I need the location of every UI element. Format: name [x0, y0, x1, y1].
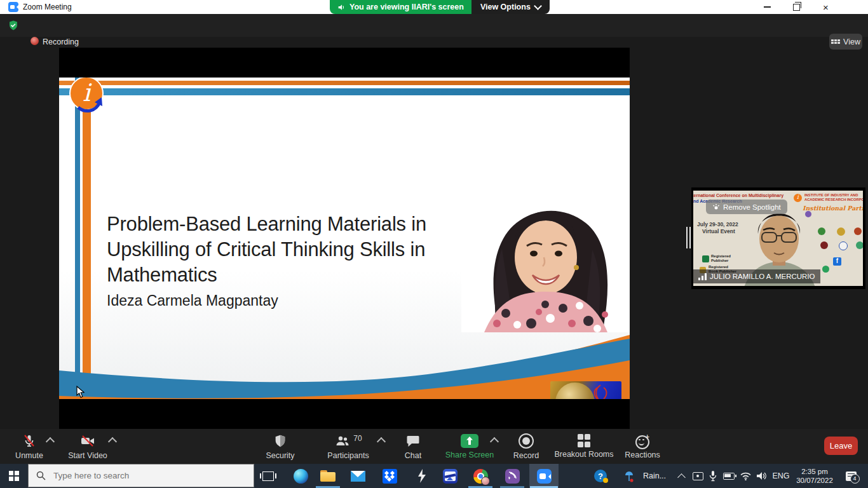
record-button[interactable]: Record	[504, 429, 548, 464]
recording-label: Recording	[43, 37, 79, 46]
recording-dot-icon	[31, 37, 39, 45]
camera-off-icon	[79, 433, 97, 449]
iiari-logo: i	[67, 78, 107, 116]
taskbar-lightning-app[interactable]	[407, 464, 437, 488]
cast-icon	[693, 472, 703, 480]
chevron-up-icon	[677, 473, 686, 482]
tray-rainmeter[interactable]	[623, 464, 635, 488]
breakout-rooms-button[interactable]: Breakout Rooms	[552, 429, 616, 464]
umbrella-icon	[625, 470, 634, 482]
windows-logo-icon	[9, 471, 19, 481]
start-video-button[interactable]: Start Video	[56, 429, 119, 464]
registered-publisher-logo	[702, 255, 709, 262]
partner-logo-icon	[839, 241, 848, 250]
tray-app-label[interactable]: Rain...	[639, 464, 670, 488]
tray-mic-button[interactable]	[705, 464, 721, 488]
tray-cast-button[interactable]	[690, 464, 705, 488]
start-button[interactable]	[0, 464, 28, 488]
mail-icon	[351, 471, 365, 482]
security-button[interactable]: Security	[255, 429, 306, 464]
taskbar-edge[interactable]	[286, 464, 315, 488]
chrome-icon	[473, 469, 488, 484]
taskbar-chrome[interactable]	[466, 464, 495, 488]
slide-stripe-blue-h	[59, 88, 630, 95]
remove-spotlight-button[interactable]: Remove Spotlight	[706, 200, 787, 214]
icmiar-logo: ICMIAR	[550, 381, 621, 399]
help-icon: ?	[594, 470, 607, 482]
lightning-icon	[417, 469, 427, 483]
clock-time: 2:35 pm	[796, 467, 833, 476]
restore-button[interactable]	[782, 0, 811, 14]
panel-drag-handle-line2[interactable]	[689, 227, 691, 248]
partner-logo-icon	[837, 227, 845, 236]
taskbar-search-box[interactable]	[28, 464, 254, 487]
tray-battery-button[interactable]	[721, 464, 737, 488]
leave-button[interactable]: Leave	[824, 437, 858, 455]
taskbar-zoom-active[interactable]	[529, 464, 559, 488]
zoom-meeting-window: Zoom Meeting × You are viewing IIARI's s…	[0, 0, 868, 488]
tray-expand-button[interactable]	[675, 464, 688, 488]
shared-screen-slide: i Problem-Based Learning Materials in Up…	[59, 48, 630, 429]
battery-icon	[723, 473, 735, 480]
reactions-icon: +	[635, 434, 649, 448]
reactions-button[interactable]: + Reactions	[617, 429, 668, 464]
viber-icon	[505, 469, 520, 484]
institute-name-line2: ACADEMIC RESEARCH INCORPORATED	[804, 198, 863, 201]
facebook-icon: f	[833, 257, 841, 266]
tray-wifi-button[interactable]	[737, 464, 754, 488]
minimize-button[interactable]	[753, 0, 782, 14]
participants-count: 70	[353, 434, 362, 443]
task-view-icon	[262, 471, 274, 481]
tray-volume-button[interactable]	[754, 464, 770, 488]
scanner-icon	[443, 469, 458, 484]
window-title: Zoom Meeting	[23, 3, 72, 11]
taskbar-file-explorer[interactable]	[313, 464, 342, 488]
institute-name-line1: INSTITUTE OF INDUSTRY AND	[804, 193, 858, 197]
notification-icon: 4	[846, 471, 857, 481]
view-options-button[interactable]: View Options	[471, 0, 550, 14]
tray-language-button[interactable]: ENG	[770, 464, 792, 488]
screen-share-banner: You are viewing IIARI's screen View Opti…	[330, 0, 550, 14]
action-center-button[interactable]: 4	[840, 464, 862, 488]
view-button[interactable]: View	[829, 34, 862, 50]
spotlight-icon	[712, 203, 720, 211]
tray-help-app[interactable]: ?	[591, 464, 610, 488]
close-button[interactable]: ×	[811, 0, 840, 14]
encryption-shield-icon[interactable]	[8, 20, 19, 31]
zoom-app-icon	[8, 2, 18, 12]
file-explorer-icon	[320, 470, 336, 482]
search-input[interactable]	[52, 470, 233, 481]
clock-date: 30/07/2022	[796, 476, 833, 485]
meeting-info-bar: Recording View	[0, 14, 868, 37]
taskbar-mail[interactable]	[343, 464, 372, 488]
taskbar-dropbox[interactable]	[375, 464, 404, 488]
slide-content: i Problem-Based Learning Materials in Up…	[59, 78, 630, 399]
speaker-photo	[461, 199, 630, 332]
taskbar-scanner-app[interactable]	[435, 464, 465, 488]
taskbar-viber[interactable]	[498, 464, 527, 488]
participants-icon	[334, 433, 351, 449]
connection-signal-icon	[698, 273, 707, 280]
participant-video-tile[interactable]: International Conference on Multidiscipl…	[691, 187, 865, 289]
chat-bubble-icon	[405, 433, 421, 449]
tray-clock[interactable]: 2:35 pm 30/07/2022	[792, 464, 837, 488]
panel-drag-handle[interactable]	[686, 227, 688, 248]
zoom-taskbar-icon	[537, 469, 552, 484]
conference-banner-line1: International Conference on Multidiscipl…	[693, 193, 783, 198]
mic-muted-icon	[21, 433, 37, 449]
participant-name-bar: JULIO RAMILLO A. MERCURIO	[693, 269, 820, 283]
unmute-button[interactable]: Unmute	[5, 429, 53, 464]
record-icon	[519, 433, 534, 449]
partner-logo-icon	[854, 227, 862, 235]
chrome-profile-avatar	[481, 477, 490, 485]
share-screen-button[interactable]: Share Screen	[443, 429, 496, 464]
share-screen-icon	[461, 434, 478, 448]
slide-stripe-orange-h	[59, 81, 630, 85]
breakout-rooms-icon	[578, 434, 591, 447]
slide-author: Ideza Carmela Magpantay	[107, 292, 278, 309]
participants-button[interactable]: 70 Participants	[320, 429, 377, 464]
viewing-text: You are viewing IIARI's screen	[349, 3, 464, 11]
grid-icon	[831, 39, 840, 44]
task-view-button[interactable]	[254, 464, 282, 488]
chat-button[interactable]: Chat	[391, 429, 435, 464]
